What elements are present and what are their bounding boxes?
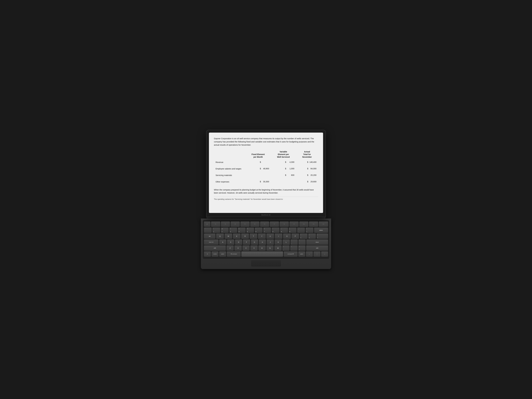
key-return[interactable]: return xyxy=(306,240,328,245)
key-9[interactable]: (9 xyxy=(280,228,288,233)
key-fn[interactable]: fn xyxy=(204,252,211,257)
key-z[interactable]: Z xyxy=(227,246,234,251)
key-slash[interactable]: ?/ xyxy=(298,246,306,251)
key-p[interactable]: P xyxy=(291,234,299,239)
key-5[interactable]: %5 xyxy=(246,228,254,233)
col-header-variable: Variable Element per Well Serviced xyxy=(271,150,296,159)
row-fixed-2 xyxy=(246,172,271,178)
key-0[interactable]: )0 xyxy=(289,228,297,233)
key-bracket-close[interactable]: }] xyxy=(308,234,316,239)
key-r[interactable]: R xyxy=(241,234,249,239)
key-space[interactable] xyxy=(241,252,283,257)
keyboard-base: esc F1 F2 F3 F4 F5 F6 F7 F8 F9 F10 F11 F… xyxy=(201,218,331,269)
col-header-fixed: Fixed Element per Month xyxy=(246,150,271,159)
macbook-label: MacBook Air xyxy=(261,214,271,216)
key-command-right[interactable]: command ⌘ xyxy=(284,252,298,257)
key-semicolon[interactable]: :; xyxy=(291,240,298,245)
key-h[interactable]: H xyxy=(259,240,266,245)
key-x[interactable]: X xyxy=(234,246,242,251)
key-delete[interactable]: delete xyxy=(314,228,328,233)
key-f4[interactable]: F4 xyxy=(240,222,250,227)
function-key-row: esc F1 F2 F3 F4 F5 F6 F7 F8 F9 F10 F11 F… xyxy=(204,222,328,227)
key-i[interactable]: I xyxy=(275,234,282,239)
key-f10[interactable]: F10 xyxy=(299,222,309,227)
key-k[interactable]: K xyxy=(275,240,282,245)
key-caps[interactable]: caps lock xyxy=(204,240,218,245)
key-backslash[interactable]: |\ xyxy=(317,234,328,239)
key-tab[interactable]: tab xyxy=(204,234,215,239)
key-quote[interactable]: "' xyxy=(298,240,306,245)
key-s[interactable]: S xyxy=(227,240,234,245)
screen-bezel: Gayner Corporation is an oil well servic… xyxy=(206,130,326,217)
key-e[interactable]: E xyxy=(233,234,241,239)
row-actual-0: $148,400 xyxy=(296,159,318,165)
key-t[interactable]: T xyxy=(250,234,257,239)
key-f[interactable]: F xyxy=(243,240,250,245)
key-g[interactable]: G xyxy=(251,240,258,245)
key-w[interactable]: W xyxy=(225,234,232,239)
key-f2[interactable]: F2 xyxy=(221,222,230,227)
key-esc[interactable]: esc xyxy=(204,222,210,227)
key-b[interactable]: B xyxy=(258,246,266,251)
key-option-left[interactable]: option xyxy=(219,252,226,257)
key-8[interactable]: *8 xyxy=(272,228,279,233)
key-m[interactable]: M xyxy=(274,246,282,251)
key-shift-right[interactable]: shift xyxy=(306,246,328,251)
row-variable-3 xyxy=(271,179,296,184)
key-l[interactable]: L xyxy=(283,240,290,245)
screen: Gayner Corporation is an oil well servic… xyxy=(209,133,323,213)
key-equals[interactable]: += xyxy=(306,228,313,233)
key-u[interactable]: U xyxy=(266,234,274,239)
key-q[interactable]: Q xyxy=(216,234,224,239)
key-j[interactable]: J xyxy=(267,240,274,245)
qwerty-row: tab Q W E R T Y U I O P {[ }] |\ xyxy=(204,234,328,239)
key-n[interactable]: N xyxy=(266,246,274,251)
cost-table: Fixed Element per Month Variable Element… xyxy=(214,150,318,185)
key-backtick[interactable]: ~` xyxy=(204,228,212,233)
row-fixed-0: $ xyxy=(246,159,271,165)
key-1[interactable]: !1 xyxy=(212,228,220,233)
row-label-1: Employee salaries and wages xyxy=(214,166,246,171)
key-shift-left[interactable]: shift xyxy=(204,246,226,251)
key-arrow-updown[interactable]: ↑↓ xyxy=(314,252,320,257)
key-3[interactable]: #3 xyxy=(229,228,237,233)
key-f5[interactable]: F5 xyxy=(250,222,260,227)
laptop-hinge xyxy=(206,217,326,218)
table-row: Servicing materials$600$20,200 xyxy=(214,172,318,178)
key-bracket-open[interactable]: {[ xyxy=(300,234,307,239)
key-comma[interactable]: <, xyxy=(282,246,290,251)
key-option-right[interactable]: option xyxy=(298,252,305,257)
key-f1[interactable]: F1 xyxy=(211,222,220,227)
key-7[interactable]: &7 xyxy=(263,228,271,233)
row-label-2: Servicing materials xyxy=(214,172,246,178)
key-c[interactable]: C xyxy=(242,246,250,251)
key-a[interactable]: A xyxy=(219,240,226,245)
key-f12[interactable]: F12 xyxy=(319,222,328,227)
key-command-left[interactable]: ⌘ command xyxy=(227,252,241,257)
key-v[interactable]: V xyxy=(250,246,258,251)
data-table-wrapper: Fixed Element per Month Variable Element… xyxy=(214,150,318,185)
key-arrow-right[interactable]: → xyxy=(321,252,328,257)
row-gap xyxy=(214,178,318,179)
key-f3[interactable]: F3 xyxy=(231,222,240,227)
trackpad[interactable] xyxy=(251,260,281,267)
key-arrow-left[interactable]: ← xyxy=(306,252,313,257)
key-d[interactable]: D xyxy=(235,240,242,245)
key-f6[interactable]: F6 xyxy=(260,222,269,227)
key-minus[interactable]: _- xyxy=(297,228,305,233)
key-f9[interactable]: F9 xyxy=(289,222,299,227)
key-f8[interactable]: F8 xyxy=(279,222,289,227)
key-f7[interactable]: F7 xyxy=(270,222,279,227)
screen-content: Gayner Corporation is an oil well servic… xyxy=(209,133,323,213)
zxcv-row: shift Z X C V B N M <, >. ?/ shift xyxy=(204,246,328,251)
key-4[interactable]: $4 xyxy=(238,228,246,233)
key-6[interactable]: ^6 xyxy=(255,228,263,233)
key-f11[interactable]: F11 xyxy=(309,222,318,227)
col-header-label xyxy=(214,150,246,159)
key-y[interactable]: Y xyxy=(258,234,266,239)
key-o[interactable]: O xyxy=(283,234,291,239)
key-2[interactable]: @2 xyxy=(221,228,228,233)
key-period[interactable]: >. xyxy=(290,246,298,251)
key-control[interactable]: control xyxy=(212,252,218,257)
row-gap xyxy=(214,165,318,166)
